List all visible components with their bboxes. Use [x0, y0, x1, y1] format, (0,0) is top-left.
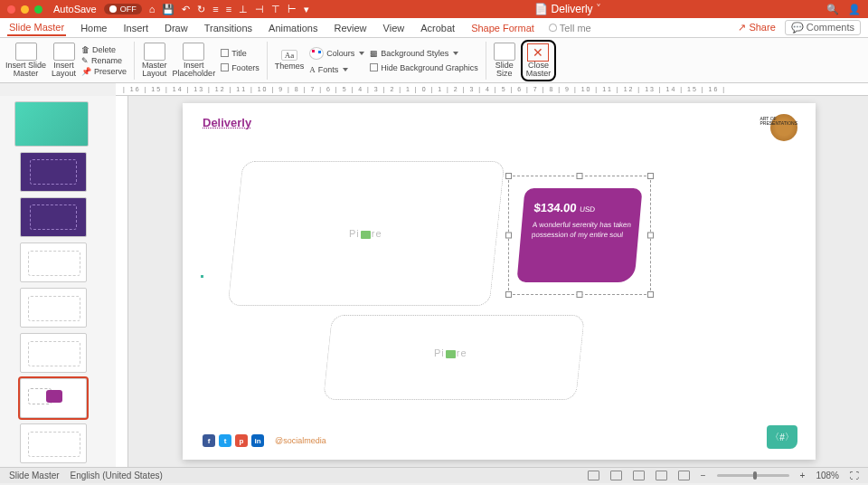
- qa-icon2[interactable]: ≡: [226, 4, 231, 14]
- window-controls[interactable]: [7, 5, 42, 14]
- zoom-out-button[interactable]: −: [701, 471, 706, 480]
- normal-view-icon[interactable]: [610, 471, 622, 480]
- layout-thumbnail-selected[interactable]: [20, 378, 87, 418]
- themes-icon: Aa: [281, 50, 298, 61]
- tab-transitions[interactable]: Transitions: [203, 21, 254, 35]
- share-button[interactable]: ↗ Share: [738, 22, 775, 33]
- close-window-icon[interactable]: [7, 5, 15, 14]
- qa-icon1[interactable]: ≡: [212, 4, 218, 14]
- layout-thumbnail[interactable]: [20, 333, 87, 373]
- master-layout-button[interactable]: Master Layout: [142, 43, 167, 78]
- tab-acrobat[interactable]: Acrobat: [419, 21, 457, 35]
- layout-thumbnail[interactable]: [20, 152, 87, 192]
- undo-icon[interactable]: ↶: [182, 4, 190, 15]
- preserve-button[interactable]: 📌Preserve: [81, 67, 127, 76]
- ruler-vertical: [116, 96, 128, 467]
- autosave-toggle[interactable]: OFF: [104, 4, 142, 14]
- close-icon: ✕: [527, 43, 549, 62]
- image-icon: [361, 231, 371, 239]
- tab-insert[interactable]: Insert: [121, 21, 150, 35]
- delete-button[interactable]: 🗑Delete: [81, 45, 127, 54]
- qa-icon3[interactable]: ⊥: [239, 4, 248, 15]
- qa-icon4[interactable]: ⊣: [255, 4, 264, 15]
- save-icon[interactable]: 💾: [162, 4, 175, 15]
- sorter-view-icon[interactable]: [633, 471, 645, 480]
- status-language[interactable]: English (United States): [71, 471, 163, 480]
- comments-button[interactable]: 💬 Comments: [785, 20, 861, 35]
- selected-shape[interactable]: $134.00 USD A wonderful serenity has tak…: [515, 183, 644, 288]
- account-icon[interactable]: 👤: [848, 4, 861, 15]
- chevron-down-icon: [343, 68, 348, 71]
- brand-title: Deliverly: [203, 116, 251, 129]
- tab-draw[interactable]: Draw: [163, 21, 190, 35]
- redo-icon[interactable]: ↻: [197, 4, 205, 15]
- title-bar: AutoSave OFF ⌂ 💾 ↶ ↻ ≡ ≡ ⊥ ⊣ ⊤ ⊢ ▾ 📄 Del…: [0, 0, 868, 18]
- reading-view-icon[interactable]: [656, 471, 667, 480]
- maximize-window-icon[interactable]: [34, 5, 42, 14]
- social-icons: f t p in @socialmedia: [203, 434, 326, 447]
- slide-size-button[interactable]: Slide Size: [494, 43, 515, 78]
- resize-handle[interactable]: [577, 291, 583, 298]
- social-handle: @socialmedia: [275, 436, 326, 445]
- tab-home[interactable]: Home: [79, 21, 108, 35]
- page-number-badge: 〈#〉: [767, 425, 797, 449]
- pinterest-icon[interactable]: p: [235, 434, 248, 447]
- title-checkbox[interactable]: Title: [221, 49, 259, 58]
- zoom-in-button[interactable]: +: [800, 471, 806, 480]
- master-thumbnail[interactable]: [14, 101, 89, 147]
- close-master-button[interactable]: ✕ Close Master: [521, 40, 557, 81]
- resize-handle[interactable]: [505, 173, 512, 179]
- slideshow-view-icon[interactable]: [678, 471, 690, 480]
- zoom-level[interactable]: 108%: [816, 471, 839, 480]
- status-mode: Slide Master: [9, 471, 60, 480]
- fit-to-window-icon[interactable]: ⛶: [850, 471, 859, 480]
- hide-bg-graphics-checkbox[interactable]: Hide Background Graphics: [370, 63, 478, 72]
- tab-bar: Slide Master Home Insert Draw Transition…: [0, 18, 868, 38]
- insert-layout-button[interactable]: Insert Layout: [52, 43, 76, 78]
- thumbnails-panel[interactable]: [0, 96, 116, 467]
- layout-thumbnail[interactable]: [20, 423, 87, 463]
- qa-icon5[interactable]: ⊤: [271, 4, 280, 15]
- resize-handle[interactable]: [647, 291, 654, 298]
- resize-handle[interactable]: [505, 291, 512, 298]
- resize-handle[interactable]: [505, 233, 512, 239]
- price-description: A wonderful serenity has taken possessio…: [532, 220, 633, 240]
- layout-thumbnail[interactable]: [20, 197, 87, 237]
- resize-handle[interactable]: [647, 233, 654, 239]
- tab-slide-master[interactable]: Slide Master: [7, 20, 66, 36]
- placeholder-text: Pire: [434, 347, 467, 358]
- accent-dot: [201, 275, 203, 278]
- tab-view[interactable]: View: [382, 21, 407, 35]
- tab-review[interactable]: Review: [332, 21, 368, 35]
- home-icon[interactable]: ⌂: [149, 4, 156, 14]
- footers-checkbox[interactable]: Footers: [221, 63, 259, 72]
- qa-icon6[interactable]: ⊢: [288, 4, 297, 15]
- themes-button[interactable]: AaThemes: [275, 50, 305, 71]
- layout-thumbnail[interactable]: [20, 288, 87, 328]
- fonts-dropdown[interactable]: AFonts: [309, 65, 364, 74]
- ruler-horizontal: | 16 | 15 | 14 | 13 | 12 | 11 | 10 | 9 |…: [116, 83, 868, 96]
- chevron-down-icon: [359, 52, 364, 55]
- insert-placeholder-button[interactable]: Insert Placeholder: [173, 43, 216, 78]
- search-icon[interactable]: 🔍: [826, 4, 839, 15]
- colours-dropdown[interactable]: Colours: [309, 47, 364, 60]
- rename-button[interactable]: ✎Rename: [81, 56, 127, 65]
- linkedin-icon[interactable]: in: [251, 434, 264, 447]
- twitter-icon[interactable]: t: [219, 434, 231, 447]
- resize-handle[interactable]: [577, 173, 583, 179]
- minimize-window-icon[interactable]: [21, 5, 29, 14]
- canvas-area[interactable]: 1 Once done with all the changes, click …: [116, 96, 868, 467]
- resize-handle[interactable]: [647, 173, 654, 179]
- layout-thumbnail[interactable]: [20, 242, 87, 282]
- insert-slide-master-button[interactable]: Insert Slide Master: [5, 43, 46, 78]
- autosave-label: AutoSave: [53, 4, 97, 14]
- tab-shape-format[interactable]: Shape Format: [469, 21, 536, 35]
- slide-canvas[interactable]: Deliverly ART OFPRESENTATIONS Pire Pire: [183, 103, 816, 460]
- notes-view-icon[interactable]: [588, 471, 599, 480]
- facebook-icon[interactable]: f: [203, 434, 215, 447]
- chevron-down-icon: [453, 52, 458, 55]
- tell-me[interactable]: Tell me: [549, 23, 591, 33]
- zoom-slider[interactable]: [717, 474, 789, 477]
- background-styles-dropdown[interactable]: ▩Background Styles: [370, 49, 478, 58]
- tab-animations[interactable]: Animations: [267, 21, 319, 35]
